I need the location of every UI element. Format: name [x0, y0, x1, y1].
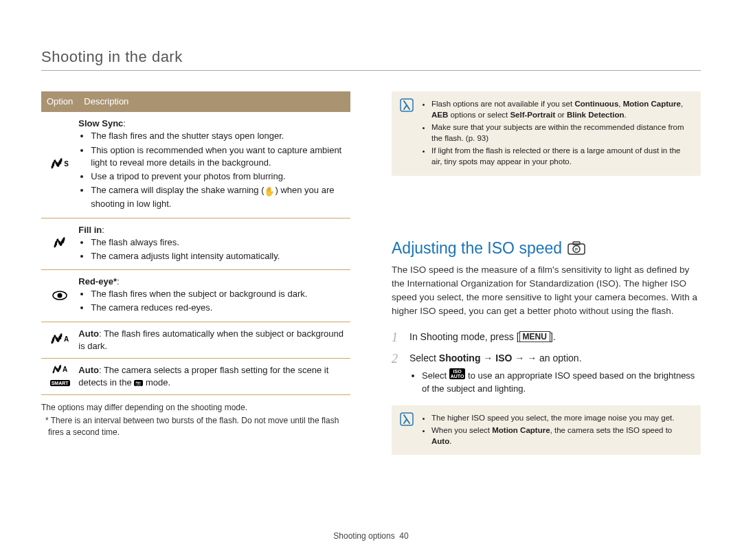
left-column: Option Description 🗲S Slow Sync: The f — [41, 91, 350, 458]
right-column: Flash options are not available if you s… — [392, 91, 701, 458]
table-row: 🗲 Fill in: The flash always fires. The c… — [41, 218, 350, 270]
table-row: 🗲S Slow Sync: The flash fires and the sh… — [41, 112, 350, 218]
flash-red-eye-icon — [41, 270, 78, 322]
col-header-option: Option — [41, 91, 78, 112]
table-row: Red-eye*: The flash fires when the subje… — [41, 270, 350, 322]
note-icon — [400, 412, 415, 448]
shake-warning-icon: ✋ — [264, 186, 275, 198]
option-title: Fill in — [78, 225, 102, 235]
footnotes: The options may differ depending on the … — [41, 402, 350, 438]
iso-paragraph: The ISO speed is the measure of a film's… — [392, 263, 701, 319]
table-row: 🗲A Auto: The flash fires automatically w… — [41, 322, 350, 358]
option-title: Red-eye* — [78, 276, 117, 287]
smart-mode-icon: 📷 — [134, 380, 143, 386]
note-icon — [400, 98, 415, 169]
step-sub-bullets: Select ISOAUTO to use an appropriate ISO… — [422, 368, 701, 396]
flash-options-table: Option Description 🗲S Slow Sync: The f — [41, 91, 350, 395]
menu-button-label: MENU — [519, 331, 550, 342]
section-header: Shooting in the dark — [41, 48, 701, 71]
note-bullets: Flash options are not available if you s… — [431, 98, 693, 169]
step-1: In Shooting mode, press [MENU]. — [392, 330, 701, 344]
iso-heading: Adjusting the ISO speed P — [392, 239, 701, 258]
col-header-description: Description — [78, 91, 350, 112]
note-box-flash: Flash options are not available if you s… — [392, 91, 701, 176]
smart-badge-icon: SMART — [50, 380, 70, 386]
svg-text:P: P — [575, 247, 578, 251]
steps-list: In Shooting mode, press [MENU]. Select S… — [392, 330, 701, 396]
option-title: Auto — [78, 365, 99, 375]
iso-auto-icon: ISOAUTO — [449, 368, 466, 379]
option-title: Auto — [78, 328, 99, 339]
step-2: Select Shooting → ISO → → an option. Sel… — [392, 351, 701, 396]
page-footer: Shooting options 40 — [0, 531, 742, 541]
table-row: 🗲A SMART Auto: The camera selects a prop… — [41, 359, 350, 395]
camera-mode-icon: P — [567, 241, 585, 255]
option-bullets: The flash fires when the subject or back… — [91, 288, 345, 314]
note-box-iso: The higher ISO speed you select, the mor… — [392, 405, 701, 455]
note-bullets: The higher ISO speed you select, the mor… — [431, 412, 693, 448]
option-bullets: The flash fires and the shutter stays op… — [91, 130, 345, 210]
two-column-layout: Option Description 🗲S Slow Sync: The f — [41, 91, 701, 458]
option-bullets: The flash always fires. The camera adjus… — [91, 236, 345, 262]
option-title: Slow Sync — [78, 118, 123, 128]
svg-rect-4 — [573, 242, 580, 245]
page: Shooting in the dark Option Description … — [0, 0, 742, 560]
flash-smart-auto-icon: 🗲A SMART — [41, 359, 78, 395]
flash-fill-in-icon: 🗲 — [41, 218, 78, 270]
flash-slow-sync-icon: 🗲S — [41, 112, 78, 218]
flash-auto-icon: 🗲A — [41, 322, 78, 358]
svg-point-1 — [58, 293, 63, 298]
